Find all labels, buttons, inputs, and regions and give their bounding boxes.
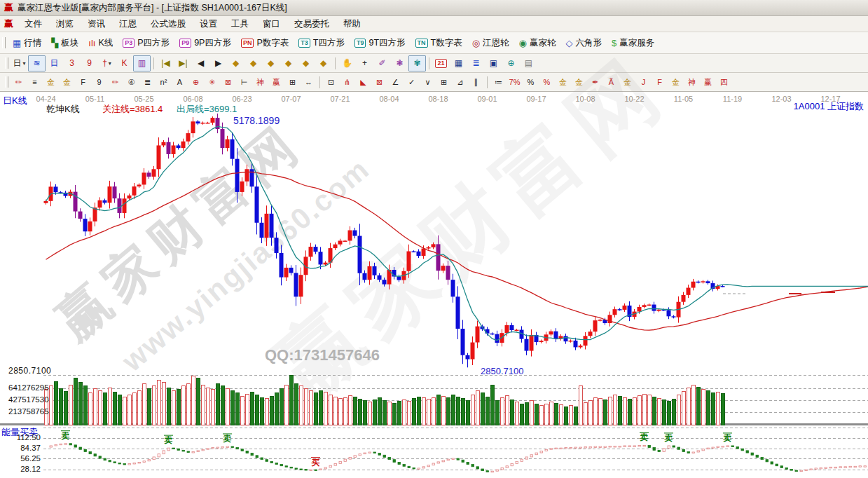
menu-window[interactable]: 窗口	[256, 18, 287, 30]
qiankun-kline-button[interactable]: K	[116, 55, 133, 71]
diamond-shift-right-button[interactable]: ◆	[244, 55, 262, 71]
oscillator-layer	[50, 444, 868, 472]
prev-bar-button[interactable]: ◀	[192, 55, 209, 71]
ying-angle-tool-button[interactable]: 赢	[700, 75, 716, 90]
number-grid-tool-button[interactable]: ⊞	[284, 75, 301, 90]
percent-tool-button[interactable]: %	[523, 75, 539, 90]
t-square-button[interactable]: T3T四方形	[294, 34, 350, 51]
next-bar-icon: ▶	[215, 58, 221, 68]
crosshair-tool-button[interactable]: +	[356, 55, 373, 71]
calculator-tool-button[interactable]: ▦	[450, 55, 467, 71]
calendar-tool-button[interactable]: 21	[432, 55, 450, 71]
parallel-lines-tool-button[interactable]: ∥	[468, 75, 484, 90]
menu-tools[interactable]: 工具	[224, 18, 256, 30]
p-square-button[interactable]: P3P四方形	[118, 34, 174, 51]
shen-angle-tool-button[interactable]: 神	[684, 75, 700, 90]
f-angle-tool-button[interactable]: F	[652, 75, 668, 90]
fan-lines-tool-button[interactable]: ⋔	[339, 75, 355, 90]
ying-lines-tool-button[interactable]: 赢	[268, 75, 284, 90]
menu-trade-order[interactable]: 交易委托	[287, 18, 336, 30]
period-selector-button[interactable]: 日▾	[11, 55, 28, 71]
nine-lines-tool-button[interactable]: 9	[91, 75, 107, 90]
diamond-shift-left-button[interactable]: ◆	[227, 55, 244, 71]
annotate-tool-button[interactable]: ✐	[373, 55, 391, 71]
single-candle-button[interactable]: †▾	[98, 55, 116, 71]
hexagon-button[interactable]: ◇六角形	[560, 34, 607, 51]
qiankun-tool-button[interactable]: ✾	[408, 55, 426, 71]
three-kline-button[interactable]: 3	[63, 55, 81, 71]
first-bar-button[interactable]: |◀	[157, 55, 174, 71]
menu-browse[interactable]: 浏览	[49, 18, 81, 30]
gold-angle-set-tool-button[interactable]: 金	[619, 75, 635, 90]
menu-settings[interactable]: 设置	[193, 18, 224, 30]
diamond-compress-button[interactable]: ◆	[262, 55, 280, 71]
diamond-zoom-in-button[interactable]: ◆	[315, 55, 332, 71]
sectors-button[interactable]: ▚板块	[46, 34, 83, 51]
menu-help[interactable]: 帮助	[336, 18, 368, 30]
price-ladder-tool-button[interactable]: ≔	[490, 75, 507, 90]
wave-v-tool-button[interactable]: ∨	[420, 75, 436, 90]
spider-web-tool-button[interactable]: ✳	[204, 75, 220, 90]
quotes-button[interactable]: ▦行情	[8, 34, 46, 51]
menu-formula-stock-pick[interactable]: 公式选股	[144, 18, 193, 30]
color-volume-button[interactable]: ▥	[133, 55, 151, 71]
gold-lines-tool-button[interactable]: 金	[43, 75, 59, 90]
diamond-zoom-out-button[interactable]: ◆	[297, 55, 315, 71]
hand-tool-button[interactable]: ✋	[338, 55, 356, 71]
winner-service-button[interactable]: $赢家服务	[607, 34, 659, 51]
detail-view-button[interactable]: 目	[46, 55, 63, 71]
pen-tool-button[interactable]: ✒	[587, 75, 603, 90]
hash-grid-tool-button[interactable]: ⊞	[436, 75, 452, 90]
9p-square-button[interactable]: P99P四方形	[174, 34, 236, 51]
fib-lines-tool-button[interactable]: F	[75, 75, 91, 90]
time-cycle-tool-button[interactable]: ④	[123, 75, 139, 90]
next-bar-button[interactable]: ▶	[209, 55, 227, 71]
hexagon-label: 六角形	[575, 37, 602, 49]
line-box-tool-button[interactable]: ⊠	[371, 75, 387, 90]
seven-percent-tool-button[interactable]: 7%	[507, 75, 523, 90]
fan-box-tool-button[interactable]: ◣	[355, 75, 371, 90]
gann-wheel-button[interactable]: ◎江恩轮	[467, 34, 514, 51]
price-chart-canvas[interactable]: 卖卖卖买卖卖卖04-2405-1105-2506-0806-2307-0707-…	[0, 92, 868, 478]
menu-news[interactable]: 资讯	[81, 18, 112, 30]
width-measure-tool-button[interactable]: ↔	[301, 75, 317, 90]
save-tool-button[interactable]: ▣	[485, 55, 502, 71]
menu-file[interactable]: 文件	[18, 18, 49, 30]
gold-circle-tool-button[interactable]: 金	[555, 75, 571, 90]
last-bar-button[interactable]: ▶|	[174, 55, 192, 71]
print-tool-button[interactable]: ▤	[520, 55, 537, 71]
web-export-tool-button[interactable]: ⊕	[502, 55, 520, 71]
box-select-tool-button[interactable]: ⊡	[323, 75, 339, 90]
price-grid-tool-button[interactable]: ≣	[139, 75, 156, 90]
percent-line-tool-button[interactable]: %	[539, 75, 555, 90]
angle-tool-tool-button[interactable]: ∠	[387, 75, 404, 90]
gann-rose-tool-button[interactable]: ❃	[391, 55, 408, 71]
grid-cross-tool-button[interactable]: ⊠	[220, 75, 236, 90]
marker-pen-tool-button[interactable]: ✏	[107, 75, 123, 90]
wave-a-tool-button[interactable]: Ã	[603, 75, 619, 90]
kline-button[interactable]: ılıK线	[83, 34, 118, 51]
9t-square-button[interactable]: T99T四方形	[350, 34, 411, 51]
t-number-table-button[interactable]: TNT数字表	[411, 34, 467, 51]
square-of-nine-tool-button[interactable]: n²	[156, 75, 172, 90]
memo-tool-button[interactable]: ≣	[467, 55, 485, 71]
shen-lines-tool-button[interactable]: 神	[252, 75, 268, 90]
gold-lines-2-tool-button[interactable]: 金	[59, 75, 75, 90]
nine-kline-button[interactable]: 9	[81, 55, 98, 71]
p-number-table-button[interactable]: PNP数字表	[236, 34, 294, 51]
gann-line-set-tool-button[interactable]: ≡	[27, 75, 43, 90]
check-wave-tool-button[interactable]: ✓	[404, 75, 420, 90]
gold-line-tool-button[interactable]: 金	[571, 75, 587, 90]
si-angle-tool-button[interactable]: 四	[716, 75, 732, 90]
trend-view-button[interactable]: ≋	[28, 55, 46, 71]
quote-mark-tool-button[interactable]: ⊢	[236, 75, 252, 90]
diamond-expand-button[interactable]: ◆	[280, 55, 297, 71]
j-angle-tool-button[interactable]: J	[635, 75, 652, 90]
gann-compass-tool-button[interactable]: ⊕	[188, 75, 204, 90]
menu-gann[interactable]: 江恩	[112, 18, 144, 30]
winner-wheel-button[interactable]: ◉赢家轮	[514, 34, 561, 51]
pencil-tool-button[interactable]: ✏	[11, 75, 27, 90]
gold-angle-tool-button[interactable]: 金	[668, 75, 684, 90]
mirror-a-tool-button[interactable]: A	[172, 75, 188, 90]
tri-grid-tool-button[interactable]: ⊿	[452, 75, 468, 90]
